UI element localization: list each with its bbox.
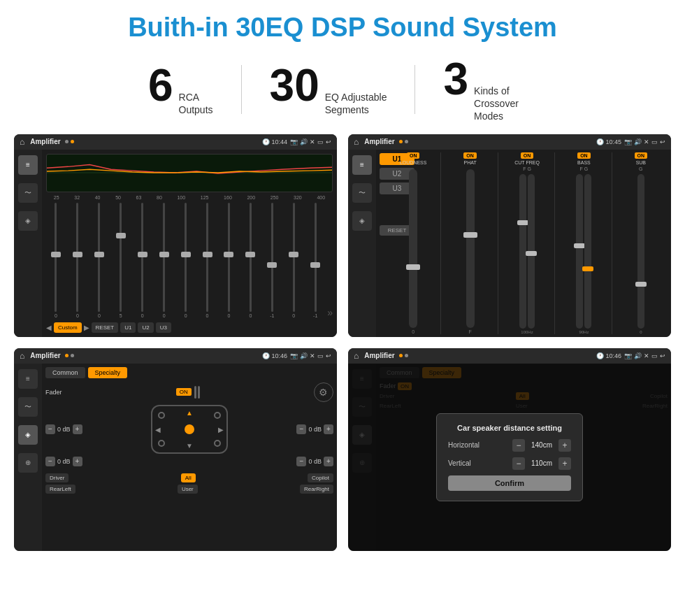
- fader-sidebar: ≡ 〜 ◈ ⊕: [14, 364, 42, 551]
- sidebar-wave-btn-3[interactable]: 〜: [18, 397, 38, 417]
- sidebar-eq-btn-3[interactable]: ≡: [18, 369, 38, 389]
- label-driver[interactable]: Driver: [45, 473, 68, 482]
- vertical-plus[interactable]: +: [558, 457, 571, 470]
- settings-icon[interactable]: ⚙: [314, 382, 333, 402]
- sub-track[interactable]: [637, 174, 644, 329]
- eq-slider-4[interactable]: 5: [111, 203, 131, 318]
- speaker-bl: [158, 440, 165, 447]
- cutfreq-track-2[interactable]: [528, 174, 535, 329]
- sidebar-speaker-btn[interactable]: ◈: [18, 211, 38, 231]
- confirm-button[interactable]: Confirm: [448, 475, 571, 491]
- eq-u3-btn[interactable]: U3: [156, 322, 171, 333]
- loudness-track[interactable]: [409, 169, 417, 328]
- eq-slider-10[interactable]: 0: [240, 203, 260, 318]
- sidebar-wave-btn-2[interactable]: 〜: [352, 183, 372, 203]
- arrow-down[interactable]: ▼: [186, 442, 193, 450]
- eq-reset-btn[interactable]: RESET: [92, 322, 119, 333]
- eq-slider-5[interactable]: 0: [133, 203, 152, 318]
- channel-cutfreq: ON CUT FREQ FG 100Hz: [500, 152, 555, 334]
- dialog-vertical-row: Vertical − 110cm +: [448, 457, 571, 470]
- vertical-label: Vertical: [448, 459, 471, 467]
- freq-200: 200: [247, 195, 255, 200]
- db-minus-lb[interactable]: −: [45, 457, 55, 466]
- db-plus-lb[interactable]: +: [73, 457, 82, 466]
- eq-custom-btn[interactable]: Custom: [54, 322, 82, 333]
- label-copilot[interactable]: Copilot: [308, 473, 333, 482]
- horizontal-plus[interactable]: +: [558, 439, 571, 452]
- sidebar-eq-btn-2[interactable]: ≡: [352, 155, 372, 175]
- horizontal-minus[interactable]: −: [512, 439, 525, 452]
- tab-specialty[interactable]: Specialty: [88, 367, 128, 378]
- bass-on[interactable]: ON: [577, 152, 591, 159]
- eq-slider-9[interactable]: 0: [219, 203, 239, 318]
- freq-100: 100: [177, 195, 185, 200]
- db-plus-rb[interactable]: +: [324, 457, 333, 466]
- bass-track-2[interactable]: [584, 174, 591, 329]
- fader-time: 🕐 10:46: [262, 352, 287, 359]
- sub-thumb: [635, 282, 647, 287]
- dialog-horizontal-row: Horizontal − 140cm +: [448, 439, 571, 452]
- back-icon-3[interactable]: ↩: [326, 352, 331, 359]
- label-user[interactable]: User: [178, 485, 198, 494]
- db-minus-lt[interactable]: −: [45, 424, 55, 434]
- back-icon-2[interactable]: ↩: [660, 138, 665, 145]
- eq-slider-3[interactable]: 0: [89, 203, 109, 318]
- status-icons-3: 📷 🔊 ✕ ▭ ↩: [290, 352, 331, 359]
- freq-50: 50: [115, 195, 121, 200]
- eq-slider-7[interactable]: 0: [176, 203, 196, 318]
- sidebar-wave-btn[interactable]: 〜: [18, 183, 38, 203]
- label-rearright[interactable]: RearRight: [300, 485, 333, 494]
- home-icon-2[interactable]: ⌂: [354, 137, 359, 147]
- home-icon-3[interactable]: ⌂: [20, 351, 24, 361]
- eq-u1-btn[interactable]: U1: [120, 322, 136, 333]
- stat-crossover: 3 Kinds ofCrossover Modes: [415, 57, 565, 123]
- eq-next-btn[interactable]: ▶: [84, 324, 89, 331]
- phat-track[interactable]: [466, 169, 475, 328]
- back-icon-4[interactable]: ↩: [660, 352, 665, 359]
- label-rearleft[interactable]: RearLeft: [45, 485, 75, 494]
- eq-slider-11[interactable]: -1: [262, 203, 282, 318]
- sidebar-eq-btn[interactable]: ≡: [18, 155, 38, 175]
- home-icon-4[interactable]: ⌂: [354, 351, 359, 361]
- db-minus-rb[interactable]: −: [296, 457, 306, 466]
- stat-rca-label: RCAOutputs: [179, 91, 213, 116]
- sidebar-speaker-btn-3[interactable]: ◈: [18, 425, 38, 445]
- eq-slider-8[interactable]: 0: [198, 203, 217, 318]
- eq-slider-1[interactable]: 0: [46, 203, 66, 318]
- eq-more-icon[interactable]: »: [327, 307, 333, 318]
- screens-grid: ⌂ Amplifier 🕐 10:44 📷 🔊 ✕ ▭ ↩ ≡ 〜 ◈: [0, 134, 685, 558]
- arrow-right[interactable]: ▶: [218, 425, 224, 433]
- bass-track-1[interactable]: [576, 174, 583, 329]
- back-icon[interactable]: ↩: [326, 138, 331, 145]
- eq-slider-12[interactable]: 0: [284, 203, 303, 318]
- channel-sub: ON SUB G 0: [614, 152, 668, 334]
- label-all[interactable]: All: [181, 473, 196, 482]
- tab-common[interactable]: Common: [45, 367, 85, 378]
- db-plus-lt[interactable]: +: [73, 424, 82, 434]
- phat-on[interactable]: ON: [463, 152, 477, 159]
- eq-prev-btn[interactable]: ◀: [46, 324, 52, 331]
- volume-icon-3: 🔊: [300, 352, 308, 359]
- fader-slider-track-2: [198, 386, 200, 399]
- loudness-on[interactable]: ON: [407, 152, 420, 159]
- db-plus-rt[interactable]: +: [324, 424, 333, 434]
- vertical-minus[interactable]: −: [512, 457, 525, 470]
- db-minus-rt[interactable]: −: [296, 424, 306, 434]
- eq-slider-2[interactable]: 0: [68, 203, 87, 318]
- dot-2: [71, 140, 74, 143]
- freq-labels: 25 32 40 50 63 80 100 125 160 200 250 32…: [46, 195, 333, 200]
- home-icon[interactable]: ⌂: [20, 137, 24, 147]
- eq-slider-13[interactable]: -1: [305, 203, 325, 318]
- sidebar-ch-btn[interactable]: ⊕: [18, 453, 38, 473]
- eq-slider-6[interactable]: 0: [154, 203, 174, 318]
- cutfreq-on[interactable]: ON: [521, 152, 534, 159]
- sub-g: G: [639, 166, 642, 171]
- sidebar-speaker-btn-2[interactable]: ◈: [352, 211, 372, 231]
- fader-statusbar: ⌂ Amplifier 🕐 10:46 📷 🔊 ✕ ▭ ↩: [14, 348, 337, 364]
- eq-u2-btn[interactable]: U2: [138, 322, 153, 333]
- fader-on-badge[interactable]: ON: [176, 388, 192, 396]
- arrow-up[interactable]: ▲: [186, 409, 193, 417]
- cutfreq-label: CUT FREQ: [514, 160, 540, 165]
- arrow-left[interactable]: ◀: [155, 425, 161, 433]
- sub-on[interactable]: ON: [635, 152, 648, 159]
